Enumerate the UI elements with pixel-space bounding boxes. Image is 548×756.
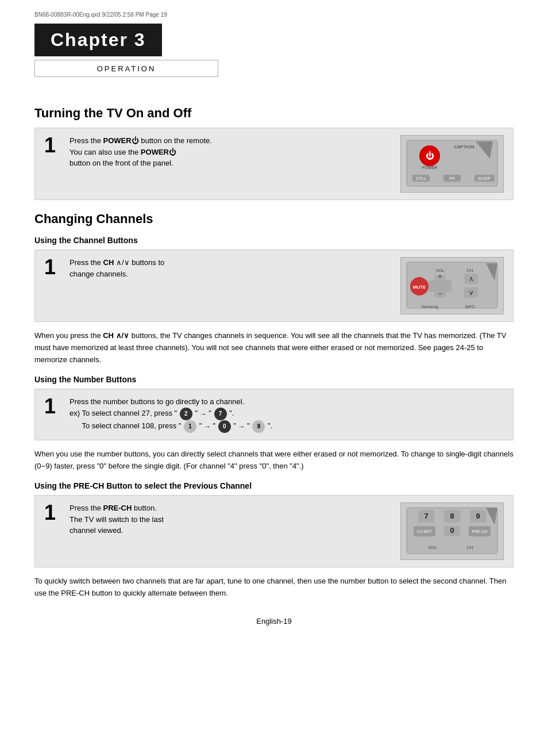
num-btn-7: 7 — [214, 408, 227, 420]
step-content-power: Press the POWER⏻ button on the remote. Y… — [70, 135, 391, 169]
num-btn-1: 1 — [184, 420, 196, 433]
svg-text:POWER: POWER — [422, 166, 437, 170]
step-content-num: Press the number buttons to go directly … — [70, 396, 504, 433]
file-reference: BN68-00883R-00Eng.qxd 9/22/05 2:58 PM Pa… — [34, 11, 514, 18]
svg-text:PP: PP — [449, 176, 455, 181]
svg-text:CH: CH — [466, 545, 473, 550]
svg-text:PRE-CH: PRE-CH — [472, 529, 488, 534]
step-number-1: 1 — [44, 135, 60, 156]
svg-text:7: 7 — [424, 512, 428, 520]
svg-text:Samsung: Samsung — [421, 305, 438, 309]
pre-ch-image: 7 8 9 CH.RET 0 PRE-CH VOL CH — [400, 502, 504, 560]
arrow-1: → — [200, 410, 207, 418]
num-btn-8: 8 — [252, 420, 265, 433]
subtitle-box: Operation — [34, 60, 218, 77]
step-box-ch-buttons: 1 Press the CH ∧/∨ buttons to change cha… — [34, 250, 514, 322]
step-box-pre-ch: 1 Press the PRE-CH button. The TV will s… — [34, 495, 514, 567]
step-number-num: 1 — [44, 396, 60, 417]
section-heading-channels: Changing Channels — [34, 212, 514, 227]
ch-buttons-image: MUTE VOL CH + − ∧ ∨ — [400, 257, 504, 314]
chapter-subtitle: Operation — [97, 64, 156, 73]
arrow-3: → — [238, 423, 245, 431]
svg-text:STILL: STILL — [416, 176, 427, 181]
svg-text:∨: ∨ — [469, 289, 474, 297]
step-box-power: 1 Press the POWER⏻ button on the remote.… — [34, 128, 514, 200]
step-box-num-buttons: 1 Press the number buttons to go directl… — [34, 389, 514, 440]
subsection-pre-ch: Using the PRE-CH Button to select the Pr… — [34, 481, 514, 490]
chapter-title-box: Chapter 3 — [34, 24, 162, 56]
section-heading-power: Turning the TV On and Off — [34, 106, 514, 121]
svg-text:VOL: VOL — [428, 545, 438, 550]
chapter-title: Chapter 3 — [51, 29, 146, 50]
bold-power: POWER — [103, 136, 132, 145]
svg-text:SLEEP: SLEEP — [478, 176, 491, 181]
subsection-number-buttons: Using the Number Buttons — [34, 375, 514, 384]
page-container: BN68-00883R-00Eng.qxd 9/22/05 2:58 PM Pa… — [0, 0, 548, 756]
step-number-pre-ch: 1 — [44, 502, 60, 523]
power-remote-svg: ⏻ CAPTION POWER STILL PP SLEEP — [401, 136, 503, 192]
num-btn-2: 2 — [180, 408, 192, 420]
step-content-pre-ch: Press the PRE-CH button. The TV will swi… — [70, 502, 391, 536]
step-content-ch: Press the CH ∧/∨ buttons to change chann… — [70, 257, 391, 279]
page-number: English-19 — [256, 617, 291, 625]
svg-text:⏻: ⏻ — [426, 151, 434, 160]
section-turning-on-off: Turning the TV On and Off 1 Press the PO… — [34, 106, 514, 200]
svg-text:−: − — [438, 290, 442, 298]
num-btn-0: 0 — [218, 420, 231, 433]
arrow-2: → — [204, 423, 211, 431]
power-remote-image: ⏻ CAPTION POWER STILL PP SLEEP — [400, 135, 504, 193]
svg-text:MUTE: MUTE — [413, 285, 426, 290]
ch-buttons-svg: MUTE VOL CH + − ∧ ∨ — [401, 258, 503, 314]
bold-ch: CH — [103, 258, 114, 267]
svg-text:∧: ∧ — [469, 275, 474, 283]
body-text-num-buttons: When you use the number buttons, you can… — [34, 448, 514, 473]
svg-text:CAPTION: CAPTION — [454, 144, 474, 149]
svg-text:9: 9 — [476, 512, 480, 520]
svg-text:8: 8 — [450, 512, 454, 520]
svg-text:INFO: INFO — [465, 305, 475, 309]
svg-text:0: 0 — [450, 526, 454, 535]
page-footer: English-19 — [34, 617, 514, 625]
svg-text:+: + — [438, 273, 442, 281]
body-text-pre-ch: To quickly switch between two channels t… — [34, 575, 514, 600]
section-changing-channels: Changing Channels Using the Channel Butt… — [34, 212, 514, 600]
step-number-ch: 1 — [44, 257, 60, 278]
bold-pre-ch: PRE-CH — [103, 504, 132, 512]
subsection-channel-buttons: Using the Channel Buttons — [34, 236, 514, 245]
svg-text:CH.RET: CH.RET — [417, 529, 433, 534]
bold-power-2: POWER — [141, 148, 169, 156]
body-text-ch-buttons: When you press the CH ∧/∨ buttons, the T… — [34, 330, 514, 366]
svg-text:CH: CH — [466, 268, 473, 273]
pre-ch-svg: 7 8 9 CH.RET 0 PRE-CH VOL CH — [401, 503, 503, 559]
